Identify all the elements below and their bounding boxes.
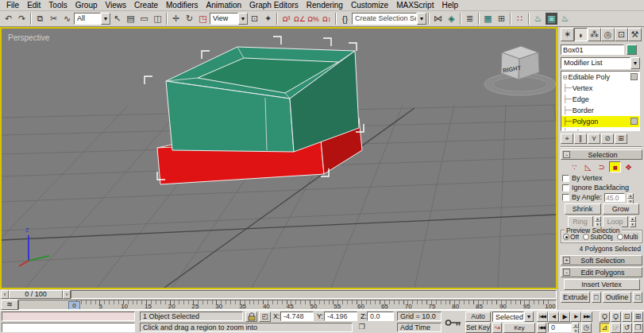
communicate-cube-icon[interactable]: ❒: [357, 323, 367, 332]
menu-item[interactable]: Animation: [202, 1, 245, 10]
current-frame-marker[interactable]: 0: [68, 301, 80, 310]
edge-subobject-icon[interactable]: ◺: [582, 161, 594, 172]
viewport-canvas[interactable]: RIGHT z Perspective: [2, 29, 556, 288]
object-name-field[interactable]: Box01: [561, 45, 624, 55]
y-coordinate-field[interactable]: -4.196: [324, 312, 357, 321]
stack-toggle-square[interactable]: [631, 118, 638, 125]
select-by-name-icon[interactable]: ▤: [124, 12, 137, 25]
schematic-view-icon[interactable]: ⊞: [495, 12, 508, 25]
extrude-button[interactable]: Extrude: [561, 292, 590, 303]
next-frame-icon[interactable]: |▶: [570, 312, 581, 322]
zoom-all-icon[interactable]: Ϙ: [611, 312, 621, 322]
by-angle-spinner[interactable]: ▴▾: [627, 193, 634, 202]
select-link-icon[interactable]: ⧉: [33, 12, 47, 25]
pan-icon[interactable]: ☞: [611, 323, 621, 333]
tab-motion-icon[interactable]: ◎: [601, 28, 615, 41]
tab-modify-icon[interactable]: ◗: [574, 28, 588, 41]
border-subobject-icon[interactable]: ⊃: [596, 161, 607, 172]
viewport-label[interactable]: Perspective: [8, 33, 50, 42]
tab-create-icon[interactable]: ✶: [561, 28, 574, 41]
zoom-region-icon[interactable]: ⊿: [600, 323, 610, 333]
menu-item[interactable]: Views: [102, 1, 131, 10]
stack-row-editable-poly[interactable]: ⊟ Editable Poly: [561, 72, 639, 83]
selected-keys-dropdown[interactable]: Selected ▼: [492, 312, 534, 322]
coord-system-dropdown[interactable]: View ▼: [210, 13, 248, 25]
perspective-viewport[interactable]: RIGHT z Perspective: [0, 27, 557, 289]
spinner-up-icon[interactable]: ▴: [573, 323, 579, 328]
object-color-swatch[interactable]: [627, 45, 637, 55]
selection-set-dropdown[interactable]: Create Selection Set ▼: [352, 13, 426, 25]
menu-item[interactable]: Customize: [347, 1, 392, 10]
x-coordinate-field[interactable]: -4.748: [280, 312, 314, 321]
collapse-icon[interactable]: -: [563, 269, 570, 276]
render-icon[interactable]: ♨: [558, 12, 572, 25]
remove-modifier-icon[interactable]: ⊘: [601, 134, 614, 144]
add-time-tag-field[interactable]: Add Time Tag: [397, 323, 442, 332]
spinner-up-icon[interactable]: ▴: [627, 193, 634, 199]
snap-toggle-icon[interactable]: Ω³: [280, 12, 293, 25]
ring-spinner[interactable]: ▴▾: [595, 216, 601, 225]
outline-settings-button[interactable]: □: [633, 292, 642, 303]
timeline-ruler[interactable]: 0 05101520253035404550556065707580859095…: [18, 300, 557, 310]
shrink-button[interactable]: Shrink: [565, 203, 601, 215]
select-object-icon[interactable]: ↖: [110, 12, 124, 25]
min-max-toggle-icon[interactable]: ❐: [633, 323, 643, 333]
menu-item[interactable]: Tools: [44, 1, 71, 10]
menu-item[interactable]: Create: [130, 1, 162, 10]
go-to-end-icon[interactable]: ▶▶|: [581, 312, 592, 322]
element-subobject-icon[interactable]: ❖: [623, 161, 634, 172]
stack-row-vertex[interactable]: ├─ Vertex: [561, 83, 639, 94]
material-editor-icon[interactable]: ∷: [513, 12, 526, 25]
time-configuration-icon[interactable]: ◷: [581, 323, 592, 333]
loop-button[interactable]: Loop: [603, 216, 628, 227]
menu-item[interactable]: Group: [71, 1, 102, 10]
tab-hierarchy-icon[interactable]: ⁂: [588, 28, 601, 41]
select-rotate-icon[interactable]: ↻: [183, 12, 196, 25]
preview-multi-radio[interactable]: [617, 234, 623, 240]
spinner-down-icon[interactable]: ▾: [630, 222, 636, 227]
menu-item[interactable]: Rendering: [303, 1, 347, 10]
spinner-up-icon[interactable]: ▴: [630, 216, 636, 222]
key-filters-button[interactable]: Key Filters...: [503, 323, 535, 333]
menu-item[interactable]: File: [2, 1, 23, 10]
time-back-button[interactable]: ‹: [1, 290, 9, 299]
zoom-extents-icon[interactable]: ⊡: [622, 312, 632, 322]
angle-snap-icon[interactable]: Ω∠: [293, 12, 307, 25]
arc-rotate-icon[interactable]: ↺: [622, 323, 632, 333]
by-vertex-checkbox[interactable]: [562, 175, 569, 182]
tab-utilities-icon[interactable]: ⚒: [628, 28, 642, 41]
spinner-up-icon[interactable]: ▴: [595, 216, 601, 222]
undo-icon[interactable]: ↶: [2, 12, 15, 25]
insert-vertex-button[interactable]: Insert Vertex: [564, 279, 640, 290]
menu-item[interactable]: Help: [438, 1, 462, 10]
set-key-button[interactable]: Set Key: [465, 323, 491, 333]
menu-item[interactable]: Graph Editors: [245, 1, 303, 10]
collapse-icon[interactable]: ⊟: [563, 72, 567, 83]
key-mode-toggle-icon[interactable]: ↝: [492, 323, 502, 333]
macro-recorder-pane[interactable]: [2, 312, 135, 321]
make-unique-icon[interactable]: ⋎: [588, 134, 600, 144]
configure-modifier-sets-icon[interactable]: ⊞: [615, 134, 627, 144]
chevron-down-icon[interactable]: ▼: [524, 312, 534, 322]
bind-spacewarp-icon[interactable]: ∿: [60, 12, 74, 25]
ignore-backfacing-checkbox[interactable]: [562, 184, 569, 192]
percent-snap-icon[interactable]: Ω%: [307, 12, 320, 25]
window-crossing-icon[interactable]: ◫: [151, 12, 164, 25]
expand-icon[interactable]: +: [563, 257, 570, 264]
by-angle-checkbox[interactable]: [562, 194, 569, 201]
time-forward-button[interactable]: ›: [63, 290, 71, 299]
polygon-subobject-icon[interactable]: ■: [609, 161, 621, 172]
stack-row-border[interactable]: ├─ Border: [561, 105, 639, 116]
stack-toggle-square[interactable]: [631, 73, 638, 80]
collapse-icon[interactable]: -: [563, 151, 570, 158]
outline-button[interactable]: Outline: [603, 292, 632, 303]
ring-button[interactable]: Ring: [568, 216, 593, 227]
stack-row-polygon[interactable]: ├─ Polygon: [561, 116, 639, 127]
menu-item[interactable]: Edit: [23, 1, 44, 10]
chevron-down-icon[interactable]: ▼: [238, 13, 248, 25]
chevron-down-icon[interactable]: ▼: [101, 13, 110, 25]
selection-lock-icon[interactable]: [245, 312, 257, 322]
render-setup-icon[interactable]: ♨: [531, 12, 545, 25]
maxscript-mini-listener[interactable]: [2, 323, 135, 332]
mini-curve-editor-icon[interactable]: ≋: [1, 300, 18, 310]
